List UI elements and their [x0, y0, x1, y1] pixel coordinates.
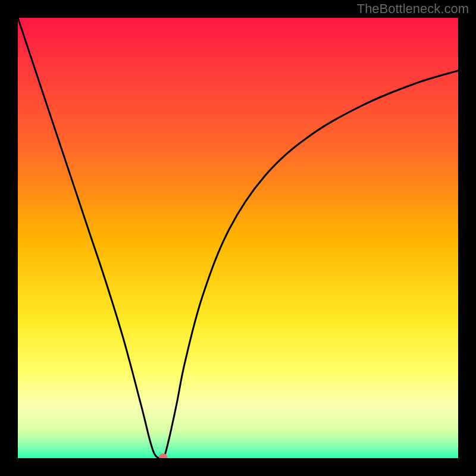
- chart-frame: { "watermark": "TheBottleneck.com", "cha…: [0, 0, 476, 476]
- bottleneck-chart: [18, 18, 458, 458]
- gradient-background: [18, 18, 458, 458]
- watermark-text: TheBottleneck.com: [357, 1, 469, 17]
